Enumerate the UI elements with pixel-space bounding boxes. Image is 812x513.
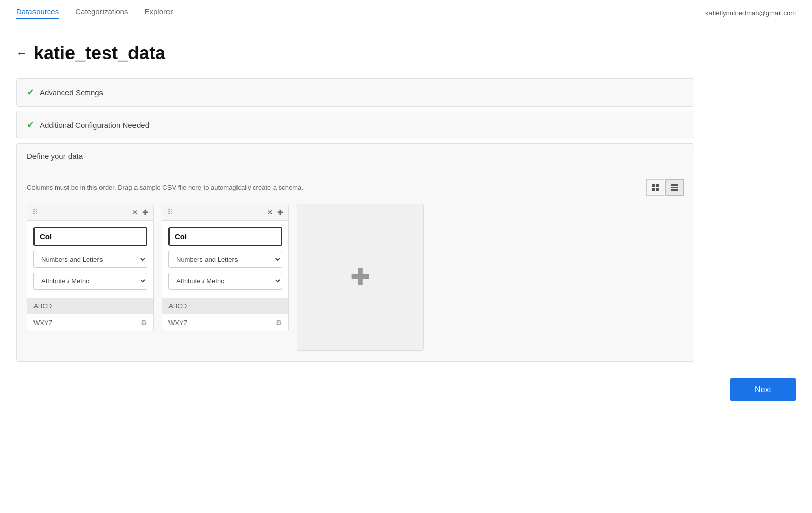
svg-rect-1 [656, 184, 659, 187]
column-card-2: ⠿ ✕ ✚ Numbers and Letters Numbers Letter… [162, 204, 289, 331]
define-data-header: Define your data [17, 144, 694, 169]
additional-config-label: Additional Configuration Needed [40, 121, 149, 130]
instruction-row: Columns must be in this order. Drag a sa… [27, 179, 684, 196]
title-row: ← katie_test_data [16, 43, 694, 64]
svg-rect-4 [671, 184, 678, 186]
column-2-name-input[interactable] [168, 227, 282, 246]
define-data-body: Columns must be in this order. Drag a sa… [17, 169, 694, 361]
advanced-settings-label: Advanced Settings [40, 88, 103, 97]
column-1-attribute-select[interactable]: Attribute / Metric Attribute Metric [33, 273, 147, 290]
svg-rect-2 [652, 188, 655, 191]
column-card-1-handle: ⠿ ✕ ✚ [27, 204, 153, 221]
column-card-1: ⠿ ✕ ✚ Numbers and Letters Numbers Letter… [27, 204, 154, 331]
next-button[interactable]: Next [730, 378, 796, 401]
check-icon-advanced: ✔ [27, 87, 35, 98]
list-view-button[interactable] [665, 179, 684, 196]
column-1-sample-data: ABCD WXYZ ⚙ [27, 298, 153, 331]
page-title: katie_test_data [33, 43, 165, 64]
check-icon-additional: ✔ [27, 119, 35, 131]
nav-tab-datasources[interactable]: Datasources [16, 7, 59, 19]
remove-column-1-button[interactable]: ✕ [132, 208, 138, 216]
card-actions-1: ✕ ✚ [132, 208, 148, 216]
accordion-advanced-settings[interactable]: ✔ Advanced Settings [16, 78, 694, 107]
add-column-icon: ✚ [350, 265, 370, 290]
column-2-sample-data: ABCD WXYZ ⚙ [162, 298, 288, 331]
svg-rect-5 [671, 187, 678, 188]
footer-row: Next [0, 366, 812, 413]
nav-user-email: katieflynnfriedman@gmail.com [705, 9, 796, 17]
nav-tabs: Datasources Categorizations Explorer [16, 7, 173, 19]
drag-handle-2[interactable]: ⠿ [167, 208, 172, 216]
column-2-type-select[interactable]: Numbers and Letters Numbers Letters [168, 251, 282, 268]
column-1-type-select[interactable]: Numbers and Letters Numbers Letters [33, 251, 147, 268]
column-2-sample-row: WXYZ ⚙ [162, 314, 288, 331]
column-1-sample-row: WXYZ ⚙ [27, 314, 153, 331]
svg-rect-3 [656, 188, 659, 191]
back-button[interactable]: ← [16, 47, 27, 60]
define-data-label: Define your data [27, 152, 83, 161]
instruction-text: Columns must be in this order. Drag a sa… [27, 184, 303, 191]
column-card-1-body: Numbers and Letters Numbers Letters Attr… [27, 221, 153, 296]
accordion-additional-config[interactable]: ✔ Additional Configuration Needed [16, 111, 694, 139]
column-1-gear-icon[interactable]: ⚙ [141, 318, 147, 327]
nav-tab-categorizations[interactable]: Categorizations [75, 7, 128, 19]
add-column-2-button[interactable]: ✚ [277, 208, 283, 216]
nav-tab-explorer[interactable]: Explorer [144, 7, 173, 19]
column-1-sample-header: ABCD [27, 298, 153, 314]
add-column-card[interactable]: ✚ [297, 204, 424, 351]
column-2-attribute-select[interactable]: Attribute / Metric Attribute Metric [168, 273, 282, 290]
drag-handle-1[interactable]: ⠿ [32, 208, 37, 216]
columns-area: ⠿ ✕ ✚ Numbers and Letters Numbers Letter… [27, 204, 684, 351]
view-toggle [646, 179, 684, 196]
define-data-section: Define your data Columns must be in this… [16, 143, 694, 362]
card-actions-2: ✕ ✚ [267, 208, 283, 216]
remove-column-2-button[interactable]: ✕ [267, 208, 273, 216]
add-column-1-button[interactable]: ✚ [142, 208, 148, 216]
column-2-gear-icon[interactable]: ⚙ [276, 318, 282, 327]
grid-view-button[interactable] [646, 179, 664, 196]
page-content: ← katie_test_data ✔ Advanced Settings ✔ … [0, 26, 710, 362]
column-card-2-body: Numbers and Letters Numbers Letters Attr… [162, 221, 288, 296]
svg-rect-0 [652, 184, 655, 187]
svg-rect-6 [671, 189, 678, 191]
column-1-name-input[interactable] [33, 227, 147, 246]
column-card-2-handle: ⠿ ✕ ✚ [162, 204, 288, 221]
nav-bar: Datasources Categorizations Explorer kat… [0, 0, 812, 26]
column-2-sample-header: ABCD [162, 298, 288, 314]
